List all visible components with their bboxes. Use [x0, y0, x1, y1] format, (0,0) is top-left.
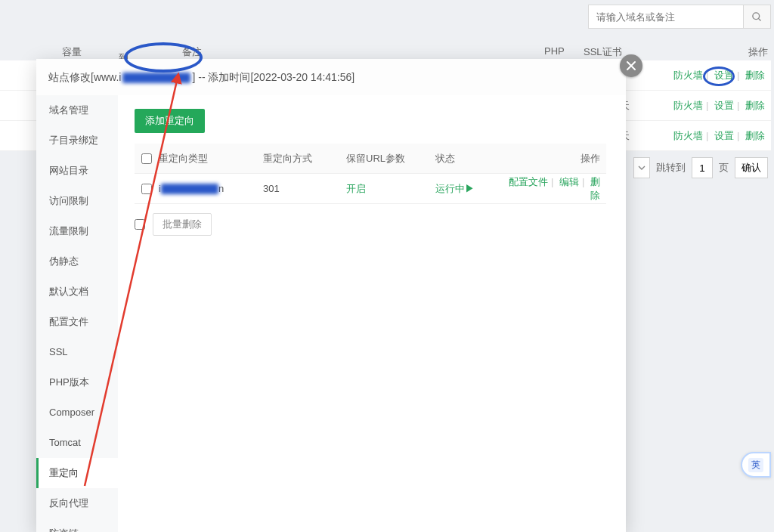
row-status: 运行中▶	[435, 182, 508, 196]
col-action: 操作	[748, 45, 768, 59]
row-status-text: 运行中	[435, 183, 465, 194]
col-row-action: 操作	[508, 152, 606, 165]
pager-jump-label: 跳转到	[656, 161, 686, 175]
sidebar-item-proxy[interactable]: 反向代理	[36, 488, 118, 518]
chevron-down-icon	[638, 164, 646, 172]
col-redirect-mode: 重定向方式	[263, 152, 346, 165]
sidebar-item-pseudo[interactable]: 伪静态	[36, 246, 118, 277]
settings-link[interactable]: 设置	[714, 130, 734, 141]
modal-title-suffix: ] -- 添加时间[2022-03-20 14:41:56]	[192, 71, 354, 83]
svg-point-0	[753, 12, 760, 19]
redirect-panel: 添加重定向 重定向类型 重定向方式 保留URL参数 状态 操作 in 301	[118, 95, 626, 532]
search-icon	[751, 11, 763, 23]
firewall-link[interactable]: 防火墙	[673, 100, 703, 111]
col-keep-url: 保留URL参数	[346, 152, 435, 165]
row-actions: 配置文件| 编辑| 删除	[508, 175, 606, 203]
delete-link[interactable]: 删除	[590, 176, 600, 201]
delete-link[interactable]: 删除	[745, 130, 765, 141]
search-input[interactable]	[588, 5, 744, 29]
sidebar-item-webdir[interactable]: 网站目录	[36, 156, 118, 186]
close-button[interactable]	[620, 54, 642, 77]
sidebar-item-subdir[interactable]: 子目录绑定	[36, 125, 118, 156]
pager-confirm-button[interactable]: 确认	[735, 157, 768, 178]
play-icon: ▶	[465, 183, 475, 194]
site-modify-modal: 站点修改[www.i] -- 添加时间[2022-03-20 14:41:56]…	[36, 59, 626, 532]
sidebar-item-domain[interactable]: 域名管理	[36, 95, 118, 125]
modal-sidebar: 域名管理 子目录绑定 网站目录 访问限制 流量限制 伪静态 默认文档 配置文件 …	[36, 95, 118, 532]
col-php: PHP	[544, 45, 565, 57]
config-link[interactable]: 配置文件	[509, 176, 548, 187]
redirect-table: 重定向类型 重定向方式 保留URL参数 状态 操作 in 301 开启 运行中▶	[135, 144, 606, 204]
sidebar-item-phpver[interactable]: PHP版本	[36, 367, 118, 397]
sidebar-item-traffic[interactable]: 流量限制	[36, 216, 118, 246]
redirect-row: in 301 开启 运行中▶ 配置文件| 编辑| 删除	[135, 174, 606, 204]
sidebar-item-default[interactable]: 默认文档	[36, 277, 118, 307]
row-mode: 301	[263, 183, 346, 194]
delete-link[interactable]: 删除	[745, 100, 765, 111]
row-keep: 开启	[346, 182, 435, 196]
pager-page-suffix: 页	[719, 161, 729, 175]
site-row-actions: 防火墙| 设置| 删除	[673, 99, 765, 113]
sidebar-item-access[interactable]: 访问限制	[36, 186, 118, 216]
col-status: 状态	[435, 152, 508, 165]
col-capacity: 容量	[62, 45, 82, 59]
pagination: 跳转到 页 确认	[633, 157, 768, 178]
row-type-suffix: n	[218, 183, 224, 194]
sidebar-item-config[interactable]: 配置文件	[36, 307, 118, 337]
row-type: in	[159, 183, 263, 195]
col-redirect-type: 重定向类型	[159, 152, 263, 165]
redacted-domain	[122, 73, 190, 83]
select-all-checkbox[interactable]	[141, 153, 152, 164]
settings-link[interactable]: 设置	[714, 70, 734, 81]
ime-label: 英	[748, 458, 763, 472]
modal-title: 站点修改[www.i] -- 添加时间[2022-03-20 14:41:56]	[36, 59, 626, 95]
delete-link[interactable]: 删除	[745, 70, 765, 81]
redacted-domain	[161, 184, 218, 194]
site-row-actions: 防火墙| 设置| 删除	[673, 129, 765, 143]
modal-title-prefix: 站点修改[www.i	[48, 71, 121, 83]
search-button[interactable]	[744, 5, 771, 29]
col-note: 备注	[182, 45, 202, 59]
sidebar-item-redirect[interactable]: 重定向	[36, 458, 118, 488]
settings-link[interactable]: 设置	[714, 100, 734, 111]
ime-indicator[interactable]: 英	[741, 452, 771, 478]
firewall-link[interactable]: 防火墙	[673, 70, 703, 81]
close-icon	[626, 60, 636, 71]
sidebar-item-ssl[interactable]: SSL	[36, 337, 118, 367]
col-ssl: SSL证书	[584, 45, 622, 59]
sidebar-item-composer[interactable]: Composer	[36, 397, 118, 428]
sidebar-item-tomcat[interactable]: Tomcat	[36, 428, 118, 458]
batch-checkbox[interactable]	[135, 219, 145, 230]
page-size-select[interactable]	[633, 157, 650, 178]
row-checkbox[interactable]	[141, 184, 152, 194]
svg-line-1	[758, 18, 760, 20]
batch-row: 批量删除	[135, 213, 609, 236]
add-redirect-button[interactable]: 添加重定向	[135, 109, 205, 133]
sidebar-item-hotlink[interactable]: 防盗链	[36, 518, 118, 532]
batch-delete-button[interactable]: 批量删除	[153, 213, 212, 236]
search-bar	[588, 5, 771, 29]
firewall-link[interactable]: 防火墙	[673, 130, 703, 141]
page-number-input[interactable]	[692, 157, 713, 178]
edit-link[interactable]: 编辑	[559, 176, 579, 187]
site-row-actions: 防火墙| 设置| 删除	[673, 69, 765, 82]
page-root: 容量 到期时间 ▾ 备注 PHP SSL证书 操作 防火墙| 设置| 删除 天 …	[0, 0, 774, 532]
redirect-table-header: 重定向类型 重定向方式 保留URL参数 状态 操作	[135, 144, 606, 174]
